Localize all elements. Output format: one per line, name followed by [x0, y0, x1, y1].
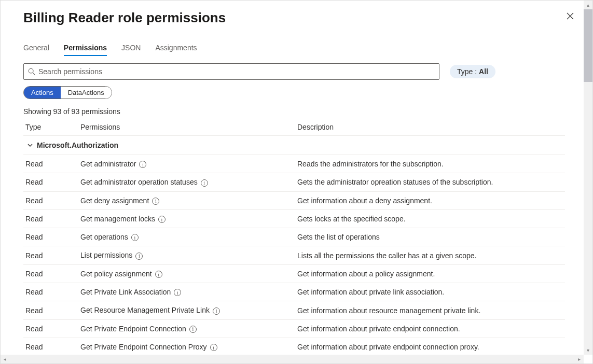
cell-description: Get information about private endpoint c… — [297, 343, 565, 351]
table-row[interactable]: ReadGet Private Endpoint ConnectioniGet … — [23, 320, 565, 338]
info-icon[interactable]: i — [201, 179, 208, 187]
cell-description: Get information about a deny assignment. — [297, 197, 565, 205]
info-icon[interactable]: i — [158, 216, 166, 223]
chevron-down-icon — [23, 142, 37, 148]
vertical-scrollbar[interactable]: ▴ ▾ — [584, 1, 592, 355]
cell-permission: Get Private Endpoint Connection Proxyi — [80, 343, 297, 351]
group-row[interactable]: Microsoft.Authorization — [23, 136, 565, 155]
cell-description: Gets the list of operations — [297, 233, 565, 241]
cell-type: Read — [23, 251, 80, 260]
cell-type: Read — [23, 343, 80, 351]
cell-type: Read — [23, 215, 80, 223]
table-header: Type Permissions Description — [23, 119, 565, 136]
table-row[interactable]: ReadList permissionsiLists all the permi… — [23, 246, 565, 264]
info-icon[interactable]: i — [174, 289, 181, 296]
tabs: GeneralPermissionsJSONAssignments — [23, 40, 565, 56]
table-row[interactable]: ReadGet Private Link AssociationiGet inf… — [23, 283, 565, 301]
type-filter-prefix: Type : — [457, 67, 479, 76]
table-row[interactable]: ReadGet operationsiGets the list of oper… — [23, 228, 565, 246]
cell-type: Read — [23, 233, 80, 241]
cell-description: Get information about resource managemen… — [297, 306, 565, 315]
tab-permissions[interactable]: Permissions — [64, 40, 107, 56]
scroll-left-arrow-icon: ◂ — [1, 355, 9, 363]
scroll-right-arrow-icon: ▸ — [575, 355, 584, 363]
cell-description: Get information about a policy assignmen… — [297, 270, 565, 278]
info-icon[interactable]: i — [135, 253, 143, 260]
cell-description: Get information about private link assoc… — [297, 288, 565, 296]
cell-permission: Get deny assignmenti — [80, 197, 297, 205]
cell-permission: Get administrator operation statusesi — [80, 178, 297, 186]
info-icon[interactable]: i — [139, 161, 146, 168]
info-icon[interactable]: i — [152, 198, 159, 205]
table-row[interactable]: ReadGet deny assignmentiGet information … — [23, 192, 565, 210]
search-input-wrapper[interactable] — [23, 63, 439, 80]
tab-json[interactable]: JSON — [121, 40, 141, 56]
info-icon[interactable]: i — [131, 234, 139, 241]
search-input[interactable] — [35, 67, 435, 76]
type-filter[interactable]: Type : All — [450, 65, 495, 78]
table-row[interactable]: ReadGet Resource Management Private Link… — [23, 301, 565, 319]
cell-permission: Get policy assignmenti — [80, 270, 297, 278]
cell-description: Lists all the permissions the caller has… — [297, 251, 565, 260]
cell-type: Read — [23, 270, 80, 278]
scroll-down-arrow-icon: ▾ — [584, 346, 592, 355]
info-icon[interactable]: i — [213, 307, 220, 315]
search-icon — [28, 68, 35, 75]
horizontal-scrollbar[interactable]: ◂ ▸ — [1, 355, 584, 363]
page-title: Billing Reader role permissions — [23, 10, 565, 26]
cell-permission: Get operationsi — [80, 233, 297, 241]
action-type-toggle: ActionsDataActions — [23, 86, 112, 99]
info-icon[interactable]: i — [155, 271, 162, 278]
pill-actions[interactable]: Actions — [24, 87, 61, 99]
group-label: Microsoft.Authorization — [37, 141, 118, 149]
table-row[interactable]: ReadGet administratoriReads the administ… — [23, 155, 565, 173]
cell-description: Get information about private endpoint c… — [297, 325, 565, 333]
cell-permission: List permissionsi — [80, 251, 297, 259]
cell-type: Read — [23, 178, 80, 186]
cell-permission: Get Resource Management Private Linki — [80, 306, 297, 314]
cell-type: Read — [23, 325, 80, 333]
svg-line-1 — [33, 73, 35, 75]
cell-type: Read — [23, 288, 80, 296]
col-header-permissions: Permissions — [80, 123, 297, 131]
col-header-type: Type — [23, 123, 80, 131]
cell-permission: Get Private Link Associationi — [80, 288, 297, 296]
svg-point-0 — [29, 68, 33, 73]
col-header-description: Description — [297, 123, 565, 131]
info-icon[interactable]: i — [189, 326, 197, 333]
table-row[interactable]: ReadGet Private Endpoint Connection Prox… — [23, 338, 565, 355]
cell-type: Read — [23, 160, 80, 168]
cell-type: Read — [23, 197, 80, 205]
info-icon[interactable]: i — [210, 344, 217, 351]
close-button[interactable] — [562, 8, 578, 24]
table-row[interactable]: ReadGet administrator operation statuses… — [23, 173, 565, 191]
cell-description: Gets the administrator opreation statuse… — [297, 178, 565, 186]
close-icon — [567, 12, 574, 20]
cell-permission: Get Private Endpoint Connectioni — [80, 325, 297, 333]
type-filter-value: All — [479, 67, 488, 76]
cell-description: Reads the administrators for the subscri… — [297, 160, 565, 168]
scrollbar-thumb[interactable] — [584, 9, 592, 82]
table-row[interactable]: ReadGet policy assignmentiGet informatio… — [23, 265, 565, 283]
showing-count: Showing 93 of 93 permissions — [23, 107, 565, 116]
pill-dataactions[interactable]: DataActions — [61, 87, 112, 99]
scroll-up-arrow-icon: ▴ — [584, 1, 592, 9]
cell-description: Gets locks at the specified scope. — [297, 215, 565, 223]
cell-type: Read — [23, 306, 80, 315]
tab-assignments[interactable]: Assignments — [155, 40, 197, 56]
tab-general[interactable]: General — [23, 40, 49, 56]
cell-permission: Get management locksi — [80, 215, 297, 223]
cell-permission: Get administratori — [80, 160, 297, 168]
table-row[interactable]: ReadGet management locksiGets locks at t… — [23, 210, 565, 228]
